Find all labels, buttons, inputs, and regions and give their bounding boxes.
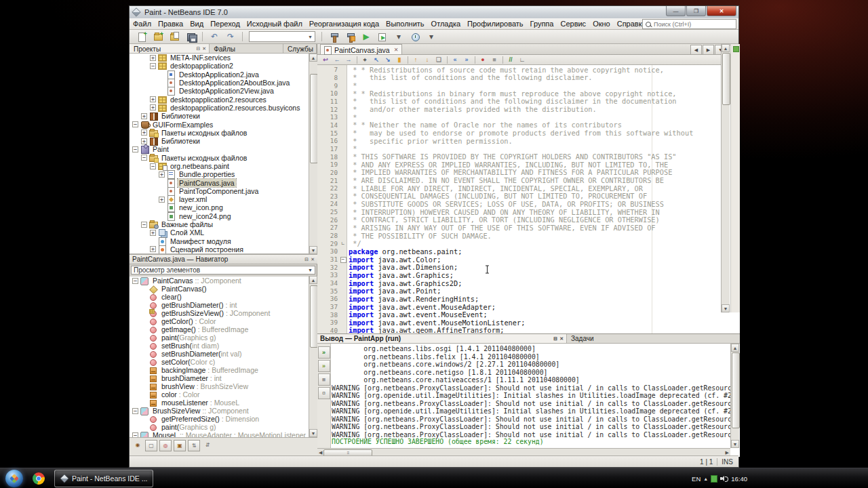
- navigator-row-19[interactable]: paint(Graphics g): [130, 423, 317, 431]
- menu-item-1[interactable]: Файл: [130, 19, 155, 28]
- debug-project-button[interactable]: [375, 30, 390, 43]
- search-input[interactable]: [652, 20, 734, 28]
- project-row-13[interactable]: −Пакеты исходных файлов: [130, 154, 317, 162]
- project-row-10[interactable]: +Пакеты исходных файлов: [130, 129, 317, 137]
- projects-scrollbar[interactable]: ▲ ▼: [309, 54, 317, 254]
- expand-toggle-icon[interactable]: +: [141, 113, 147, 119]
- project-row-20[interactable]: new_icon24.png: [130, 212, 317, 220]
- expand-toggle-icon[interactable]: −: [150, 163, 156, 169]
- expand-toggle-icon[interactable]: −: [141, 222, 147, 228]
- expand-toggle-icon[interactable]: −: [141, 155, 147, 161]
- editor-scrollbar[interactable]: ▲ ▼: [721, 44, 730, 312]
- expand-toggle-icon[interactable]: −: [150, 63, 156, 69]
- navigator-row-4[interactable]: getBrushDiameter() : int: [130, 301, 317, 309]
- scroll-up-arrow[interactable]: ▲: [731, 344, 739, 352]
- project-row-6[interactable]: +desktopapplication2.resources: [130, 95, 317, 103]
- close-tab-icon[interactable]: ✕: [394, 47, 399, 53]
- navigator-header[interactable]: PaintCanvas.java — Навигатор ⊟ ✕: [130, 254, 317, 264]
- tray-agent-icon[interactable]: [711, 475, 717, 483]
- show-fields-button[interactable]: ◍: [159, 440, 172, 451]
- output-scrollbar[interactable]: ▲ ▼: [730, 344, 739, 448]
- project-row-24[interactable]: +Сценарий построения: [130, 245, 317, 253]
- scroll-down-arrow[interactable]: ▼: [309, 429, 317, 437]
- forward-button[interactable]: →: [343, 56, 354, 64]
- profile-project-button[interactable]: [408, 30, 422, 43]
- code-line[interactable]: 16 * specific prior written permission.: [317, 137, 721, 145]
- expand-toggle-icon[interactable]: +: [159, 171, 165, 178]
- panel-minimize-icon[interactable]: ⊟: [196, 46, 200, 52]
- code-line[interactable]: 32import java.awt.Dimension;: [317, 263, 721, 271]
- code-line[interactable]: 10 * * Redistributions in binary form mu…: [317, 89, 721, 98]
- configuration-combobox[interactable]: ▼: [249, 31, 315, 42]
- scroll-up-arrow[interactable]: ▲: [722, 44, 730, 52]
- stop-macro-button[interactable]: ■: [489, 56, 500, 64]
- navigator-row-6[interactable]: getColor() : Color: [130, 317, 317, 325]
- code-line[interactable]: 34import java.awt.Graphics2D;: [317, 279, 721, 287]
- toggle-highlight-button[interactable]: ▮: [394, 56, 405, 64]
- menu-item-7[interactable]: Выполнить: [382, 19, 427, 28]
- stop-build-button[interactable]: ■: [318, 373, 330, 386]
- project-row-14[interactable]: −org.netbeans.paint: [130, 162, 317, 170]
- new-file-button[interactable]: +: [134, 30, 149, 43]
- menu-item-11[interactable]: Сервис: [557, 19, 589, 28]
- menu-item-2[interactable]: Правка: [155, 19, 186, 28]
- show-inherited-button[interactable]: ▢: [145, 440, 157, 451]
- code-line[interactable]: 38import java.awt.event.MouseEvent;: [317, 310, 721, 319]
- title-bar[interactable]: Paint - NetBeans IDE 7.0 — ❐ ✕: [130, 6, 738, 18]
- navigator-scrollbar[interactable]: ▲ ▼: [309, 276, 317, 437]
- shift-line-right-button[interactable]: »: [461, 56, 472, 64]
- code-line[interactable]: 33import java.awt.Graphics;: [317, 271, 721, 279]
- rerun-button[interactable]: »: [318, 346, 330, 359]
- volume-icon[interactable]: [720, 475, 727, 482]
- start-button[interactable]: [5, 470, 23, 487]
- navigator-row-9[interactable]: setBrush(int diam): [130, 342, 317, 350]
- navigator-row-18[interactable]: getPreferredSize() : Dimension: [130, 415, 317, 423]
- tab-paintcanvas[interactable]: PaintCanvas.java ✕: [320, 44, 402, 54]
- code-line[interactable]: 18 * THIS SOFTWARE IS PROVIDED BY THE CO…: [317, 152, 721, 161]
- tab-output[interactable]: Вывод — PaintApp (run) ⊟ ✕: [317, 334, 567, 343]
- explorer-tab-1[interactable]: Проекты⊟✕: [130, 44, 210, 53]
- expand-toggle-icon[interactable]: −: [132, 146, 138, 152]
- project-row-8[interactable]: +Библиотеки: [130, 112, 317, 120]
- expand-toggle-icon[interactable]: +: [150, 55, 156, 61]
- next-error-button[interactable]: ●: [477, 56, 488, 64]
- new-project-button[interactable]: +: [151, 30, 165, 43]
- scroll-up-arrow[interactable]: ▲: [309, 54, 317, 62]
- menu-item-5[interactable]: Исходный файл: [243, 19, 306, 28]
- project-row-7[interactable]: +desktopapplication2.resources.busyicons: [130, 104, 317, 112]
- chrome-icon[interactable]: [33, 472, 45, 485]
- code-editor[interactable]: 7 * * Redistributions of source code mus…: [317, 65, 740, 333]
- output-text-area[interactable]: org.netbeans.libs.osgi [1.4.1 2011040800…: [332, 344, 730, 449]
- navigator-row-1[interactable]: −PaintCanvas :: JComponent: [130, 277, 317, 285]
- navigator-row-8[interactable]: paint(Graphics g): [130, 333, 317, 342]
- code-line[interactable]: 19 * AND ANY EXPRESS OR IMPLIED WARRANTI…: [317, 161, 721, 169]
- code-line[interactable]: 12 * and/or other materials provided wit…: [317, 105, 721, 113]
- project-row-4[interactable]: DesktopApplication2AboutBox.java: [130, 79, 317, 87]
- navigator-row-14[interactable]: brushView : BrushSizeView: [130, 382, 317, 390]
- project-row-21[interactable]: −Важные файлы: [130, 220, 317, 228]
- expand-toggle-icon[interactable]: +: [159, 197, 165, 203]
- navigator-close-icon[interactable]: ✕: [311, 257, 315, 262]
- menu-item-12[interactable]: Окно: [589, 19, 614, 28]
- project-row-19[interactable]: new_icon.png: [130, 203, 317, 211]
- code-line[interactable]: 28 * THE POSSIBILITY OF SUCH DAMAGE.: [317, 232, 721, 240]
- find-previous-button[interactable]: ↖: [371, 56, 382, 64]
- project-row-12[interactable]: −Paint: [130, 145, 317, 153]
- run-project-button[interactable]: ▶: [359, 30, 374, 43]
- project-row-18[interactable]: +layer.xml: [130, 195, 317, 203]
- code-line[interactable]: 22 * LIABLE FOR ANY DIRECT, INDIRECT, IN…: [317, 184, 721, 192]
- navigator-row-10[interactable]: setBrushDiameter(int val): [130, 350, 317, 358]
- project-row-22[interactable]: +Слой XML: [130, 228, 317, 237]
- code-line[interactable]: 39import java.awt.event.MouseMotionListe…: [317, 319, 721, 327]
- code-line[interactable]: 21 * ARE DISCLAIMED. IN NO EVENT SHALL T…: [317, 176, 721, 184]
- code-line[interactable]: 15 * may be used to endorse or promote p…: [317, 129, 721, 137]
- navigator-filter-dropdown[interactable]: Просмотр элементов ▼: [131, 266, 315, 274]
- project-row-5[interactable]: DesktopApplication2View.java: [130, 87, 317, 95]
- last-edit-position-button[interactable]: ↩: [320, 56, 331, 64]
- menu-item-9[interactable]: Профилировать: [464, 19, 527, 28]
- code-line[interactable]: 17 *: [317, 145, 721, 153]
- find-next-button[interactable]: ↘: [382, 56, 393, 64]
- code-line[interactable]: 11 * this list of conditions and the fol…: [317, 98, 721, 106]
- expand-toggle-icon[interactable]: −: [132, 408, 138, 414]
- panel-close-icon[interactable]: ✕: [202, 46, 206, 52]
